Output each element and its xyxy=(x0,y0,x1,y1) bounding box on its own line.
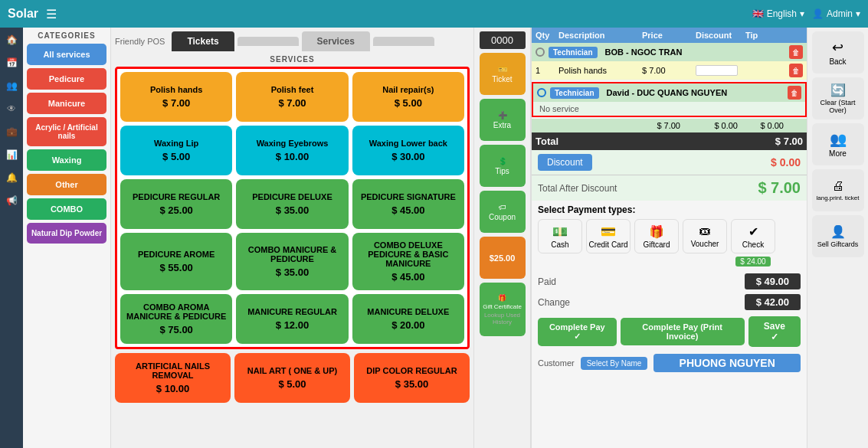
sidebar-chart-icon[interactable]: 📊 xyxy=(3,146,20,163)
complete-pay-print-button[interactable]: Complete Pay (Print Invoice) xyxy=(621,318,745,345)
no-service-row: No service xyxy=(533,102,805,116)
service-manicure-regular[interactable]: MANICURE REGULAR $ 12.00 xyxy=(236,294,348,344)
sidebar-briefcase-icon[interactable]: 💼 xyxy=(3,123,20,140)
service-combo-deluxe[interactable]: COMBO DELUXE PEDICURE & BASIC MANICURE $… xyxy=(352,233,464,290)
service-nail-repair[interactable]: Nail repair(s) $ 5.00 xyxy=(352,72,464,122)
cat-acrylic[interactable]: Acrylic / Artificial nails xyxy=(27,117,106,146)
tab-inactive-2[interactable] xyxy=(373,37,434,46)
pay-voucher-button[interactable]: 🎟 Voucher xyxy=(683,219,727,253)
print-icon: 🖨 xyxy=(832,179,844,193)
service-pedicure-deluxe[interactable]: PEDICURE DELUXE $ 35.00 xyxy=(236,179,348,229)
order-item-row: 1 Polish hands $ 7.00 🗑 xyxy=(532,61,807,80)
cat-all-services[interactable]: All services xyxy=(27,44,106,65)
voucher-icon: 🎟 xyxy=(699,224,711,238)
service-manicure-deluxe[interactable]: MANICURE DELUXE $ 20.00 xyxy=(352,294,464,344)
sidebar-megaphone-icon[interactable]: 📢 xyxy=(3,192,20,209)
tech2-radio[interactable] xyxy=(537,88,546,97)
language-selector[interactable]: 🇬🇧 English ▾ xyxy=(752,8,804,19)
total-row: Total $ 7.00 xyxy=(532,132,807,150)
pay-giftcard-button[interactable]: 🎁 Giftcard xyxy=(634,219,679,253)
service-waxing-lip[interactable]: Waxing Lip $ 5.00 xyxy=(120,126,232,175)
subtotal-tip: $ 0.00 xyxy=(745,121,784,130)
customer-label: Customer xyxy=(538,358,575,368)
coupon-button[interactable]: 🏷 Coupon xyxy=(480,191,526,233)
flag-icon: 🇬🇧 xyxy=(752,8,764,19)
right-sidebar: ↩ Back 🔄 Clear (Start Over) 👥 More 🖨 lan… xyxy=(807,28,868,448)
payment-section: Select Payment types: 💵 Cash 💳 Credit Ca… xyxy=(532,201,807,271)
admin-chevron-icon: ▾ xyxy=(856,8,860,19)
col-action xyxy=(784,31,803,40)
cat-pedicure[interactable]: Pedicure xyxy=(27,68,106,90)
back-button[interactable]: ↩ Back xyxy=(812,31,864,74)
extra-button[interactable]: ➕ Extra xyxy=(480,99,526,141)
print-button[interactable]: 🖨 lang.print. ticket xyxy=(812,169,864,211)
sidebar-calendar-icon[interactable]: 📅 xyxy=(3,54,20,71)
more-icon: 👥 xyxy=(830,131,847,148)
sidebar-bell-icon[interactable]: 🔔 xyxy=(3,169,20,186)
sidebar-eye-icon[interactable]: 👁 xyxy=(3,100,20,117)
sell-giftcards-button[interactable]: 👤 Sell Giftcards xyxy=(812,215,864,257)
service-waxing-lower-back[interactable]: Waxing Lower back $ 30.00 xyxy=(352,126,464,175)
service-polish-hands[interactable]: Polish hands $ 7.00 xyxy=(120,72,232,122)
service-polish-feet[interactable]: Polish feet $ 7.00 xyxy=(236,72,348,122)
service-pedicure-signature[interactable]: PEDICURE SIGNATURE $ 45.00 xyxy=(352,179,464,229)
service-waxing-eyebrows[interactable]: Waxing Eyebrows $ 10.00 xyxy=(236,126,348,175)
tech2-badge: Technician xyxy=(550,87,599,99)
select-by-name-button[interactable]: Select By Name xyxy=(581,357,648,370)
discount-button[interactable]: Discount xyxy=(538,154,592,171)
cat-manicure[interactable]: Manicure xyxy=(27,93,106,114)
save-button[interactable]: Save ✓ xyxy=(748,316,801,347)
subtotals-row: $ 7.00 $ 0.00 $ 0.00 xyxy=(532,119,807,132)
tab-inactive-1[interactable] xyxy=(237,37,299,46)
price-button[interactable]: $25.00 xyxy=(480,237,526,279)
col-tip: Tip xyxy=(745,31,784,40)
complete-pay-button[interactable]: Complete Pay ✓ xyxy=(538,318,617,346)
pay-credit-button[interactable]: 💳 Credit Card xyxy=(586,219,631,253)
service-artificial-nails-removal[interactable]: ARTIFICIAL NAILS REMOVAL $ 10.00 xyxy=(115,353,231,403)
tech1-delete-button[interactable]: 🗑 xyxy=(789,45,803,59)
friendly-pos-label: Friendly POS xyxy=(115,37,165,46)
ticket-button[interactable]: 🎫 Ticket xyxy=(480,53,526,95)
tech1-name: BOB - NGOC TRAN xyxy=(605,47,786,57)
main-layout: 🏠 📅 👥 👁 💼 📊 🔔 📢 CATEGORIES All services … xyxy=(0,28,868,448)
tab-services[interactable]: Services xyxy=(302,31,370,51)
pay-cash-button[interactable]: 💵 Cash xyxy=(538,219,582,253)
discount-value: $ 0.00 xyxy=(771,156,801,168)
admin-menu[interactable]: 👤 Admin ▾ xyxy=(812,8,860,19)
app-logo: Solar xyxy=(8,7,38,21)
service-pedicure-regular[interactable]: PEDICURE REGULAR $ 25.00 xyxy=(120,179,232,229)
lang-chevron-icon: ▾ xyxy=(800,8,804,19)
tips-button[interactable]: 💲 Tips xyxy=(480,145,526,187)
service-pedicure-arome[interactable]: PEDICURE AROME $ 55.00 xyxy=(120,233,232,290)
total-after-discount-row: Total After Discount $ 7.00 xyxy=(532,175,807,201)
customer-name-display: PHUONG NGUYEN xyxy=(653,354,801,372)
service-dip-color-regular[interactable]: DIP COLOR REGULAR $ 35.00 xyxy=(354,353,470,403)
clear-button[interactable]: 🔄 Clear (Start Over) xyxy=(812,77,864,119)
item-discount-input[interactable] xyxy=(696,65,738,76)
pay-check-button[interactable]: ✔ Check xyxy=(731,219,775,253)
tab-tickets[interactable]: Tickets xyxy=(172,31,234,51)
cat-other[interactable]: Other xyxy=(27,174,106,195)
gift-cert-button[interactable]: 🎁 Gift Certificate Lookup Used History xyxy=(480,283,526,336)
menu-icon[interactable]: ☰ xyxy=(46,7,57,21)
tech1-radio[interactable] xyxy=(536,47,545,57)
categories-panel: CATEGORIES All services Pedicure Manicur… xyxy=(23,28,111,448)
service-combo-mani-pedi[interactable]: COMBO MANICURE & PEDICURE $ 35.00 xyxy=(236,233,348,290)
total-label: Total xyxy=(536,136,558,147)
ticket-icon: 🎫 xyxy=(498,65,507,74)
cat-waxing[interactable]: Waxing xyxy=(27,149,106,171)
sidebar-home-icon[interactable]: 🏠 xyxy=(3,31,20,48)
cat-natural-dip[interactable]: Natural Dip Powder xyxy=(27,223,106,244)
change-value: $ 42.00 xyxy=(745,294,801,310)
sidebar-users-icon[interactable]: 👥 xyxy=(3,77,20,94)
tech2-delete-button[interactable]: 🗑 xyxy=(788,86,801,100)
cash-icon: 💵 xyxy=(552,224,568,239)
item-delete-button[interactable]: 🗑 xyxy=(789,64,803,77)
service-combo-aroma[interactable]: COMBO AROMA MANICURE & PEDICURE $ 75.00 xyxy=(120,294,232,344)
service-nail-art[interactable]: NAIL ART ( ONE & UP) $ 5.00 xyxy=(234,353,350,403)
more-button[interactable]: 👥 More xyxy=(812,123,864,165)
payment-label: Select Payment types: xyxy=(538,204,801,215)
cat-combo[interactable]: COMBO xyxy=(27,198,106,220)
pay-check: ✔ Check $ 24.00 xyxy=(731,219,775,267)
col-price: Price xyxy=(642,31,696,40)
